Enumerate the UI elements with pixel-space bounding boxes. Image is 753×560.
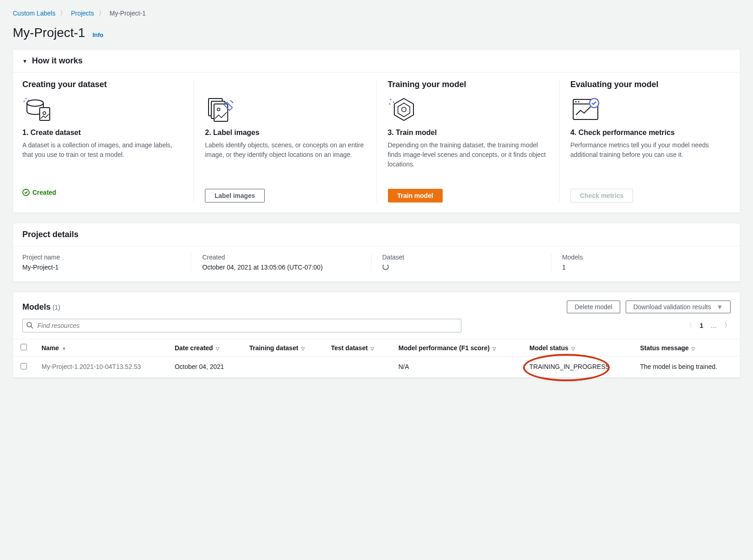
training-heading: Training your model	[388, 80, 548, 89]
svg-point-16	[389, 104, 390, 105]
page-title: My-Project-1	[13, 26, 85, 40]
label-images-icon	[205, 96, 237, 124]
row-checkbox[interactable]	[21, 363, 27, 369]
evaluating-heading: Evaluating your model	[570, 80, 731, 89]
dataset-label: Dataset	[382, 254, 540, 261]
project-details-panel: Project details Project name My-Project-…	[13, 223, 740, 282]
svg-point-13	[402, 107, 406, 112]
col-date[interactable]: Date created▽	[167, 339, 242, 357]
created-value: October 04, 2021 at 13:05:06 (UTC-07:00)	[202, 264, 360, 271]
metrics-icon	[570, 96, 602, 124]
project-name-value: My-Project-1	[22, 264, 180, 271]
svg-line-23	[31, 327, 33, 328]
how-it-works-panel: ▼ How it works Creating your dataset 1. …	[13, 49, 740, 213]
sort-desc-icon: ▼	[62, 346, 66, 351]
svg-point-3	[26, 98, 27, 99]
breadcrumb: Custom Labels 〉 Projects 〉 My-Project-1	[13, 9, 740, 17]
model-message: The model is being trained.	[633, 357, 740, 378]
models-value: 1	[562, 264, 720, 271]
prev-page-button[interactable]: 〈	[686, 321, 692, 330]
models-table: Name▼ Date created▽ Training dataset▽ Te…	[13, 339, 740, 378]
chevron-right-icon: 〉	[99, 9, 105, 17]
caret-down-icon: ▼	[716, 303, 723, 311]
model-name-link[interactable]: My-Project-1.2021-10-04T13.52.53	[34, 357, 167, 378]
model-training-ds	[242, 357, 324, 378]
step4-desc: Performance metrics tell you if your mod…	[570, 140, 731, 181]
dataset-icon	[22, 96, 54, 124]
step2-title: 2. Label images	[205, 129, 365, 137]
step1-desc: A dataset is a collection of images, and…	[22, 140, 183, 181]
created-status: Created	[22, 189, 183, 196]
creating-dataset-heading: Creating your dataset	[22, 80, 183, 89]
model-performance: N/A	[391, 357, 522, 378]
models-title: Models	[22, 302, 51, 311]
col-training-ds[interactable]: Training dataset▽	[242, 339, 324, 357]
svg-point-22	[27, 322, 31, 327]
breadcrumb-link-custom-labels[interactable]: Custom Labels	[13, 10, 55, 17]
col-performance[interactable]: Model performance (F1 score)▽	[391, 339, 522, 357]
table-row: My-Project-1.2021-10-04T13.52.53 October…	[13, 357, 740, 378]
svg-point-0	[27, 100, 43, 106]
sort-icon: ▽	[216, 346, 220, 351]
created-label: Created	[202, 254, 360, 261]
check-circle-icon	[22, 189, 30, 196]
created-label: Created	[32, 189, 56, 196]
sort-icon: ▽	[571, 346, 575, 351]
svg-rect-1	[40, 108, 50, 120]
chevron-right-icon: 〉	[60, 9, 66, 17]
svg-point-20	[578, 101, 579, 103]
svg-point-4	[28, 100, 30, 101]
svg-marker-12	[398, 103, 410, 117]
svg-point-15	[392, 102, 394, 103]
svg-point-5	[24, 101, 25, 102]
col-name[interactable]: Name▼	[34, 339, 167, 357]
models-label: Models	[562, 254, 720, 261]
model-status: TRAINING_IN_PROGRESS	[522, 357, 633, 378]
download-validation-button[interactable]: Download validation results ▼	[626, 301, 731, 313]
step1-title: 1. Create dataset	[22, 129, 183, 137]
search-icon	[26, 321, 33, 330]
project-name-label: Project name	[22, 254, 180, 261]
sort-icon: ▽	[492, 346, 496, 351]
models-count: (1)	[52, 304, 60, 311]
select-all-checkbox[interactable]	[21, 344, 27, 350]
project-details-title: Project details	[22, 230, 78, 239]
step3-desc: Depending on the training dataset, the t…	[388, 140, 548, 181]
svg-point-19	[575, 101, 576, 103]
how-it-works-toggle[interactable]: ▼ How it works	[13, 50, 740, 73]
delete-model-button[interactable]: Delete model	[567, 301, 620, 313]
loading-spinner-icon	[382, 264, 389, 270]
page-more: …	[711, 322, 717, 329]
how-it-works-title: How it works	[32, 56, 83, 66]
col-test-ds[interactable]: Test dataset▽	[324, 339, 391, 357]
next-page-button[interactable]: 〉	[724, 321, 731, 330]
model-test-ds	[324, 357, 391, 378]
col-message[interactable]: Status message▽	[633, 339, 740, 357]
models-panel: Models (1) Delete model Download validat…	[13, 292, 740, 378]
sort-icon: ▽	[301, 346, 305, 351]
svg-point-14	[390, 99, 391, 100]
sort-icon: ▽	[691, 346, 695, 351]
col-status[interactable]: Model status▽	[522, 339, 633, 357]
step3-title: 3. Train model	[388, 129, 548, 137]
check-metrics-button[interactable]: Check metrics	[570, 189, 633, 202]
model-date: October 04, 2021	[167, 357, 242, 378]
sort-icon: ▽	[371, 346, 374, 351]
train-model-icon	[388, 96, 420, 124]
step2-desc: Labels identify objects, scenes, or conc…	[205, 140, 365, 181]
caret-down-icon: ▼	[22, 58, 27, 64]
download-validation-label: Download validation results	[633, 303, 711, 311]
breadcrumb-current: My-Project-1	[110, 10, 146, 17]
page-number[interactable]: 1	[700, 322, 703, 329]
pagination: 〈 1 … 〉	[686, 321, 731, 330]
label-images-button[interactable]: Label images	[205, 189, 265, 202]
breadcrumb-link-projects[interactable]: Projects	[71, 10, 94, 17]
info-link[interactable]: Info	[93, 31, 104, 38]
step4-title: 4. Check performance metrics	[570, 129, 731, 137]
train-model-button[interactable]: Train model	[388, 189, 443, 202]
search-input[interactable]	[22, 319, 461, 332]
